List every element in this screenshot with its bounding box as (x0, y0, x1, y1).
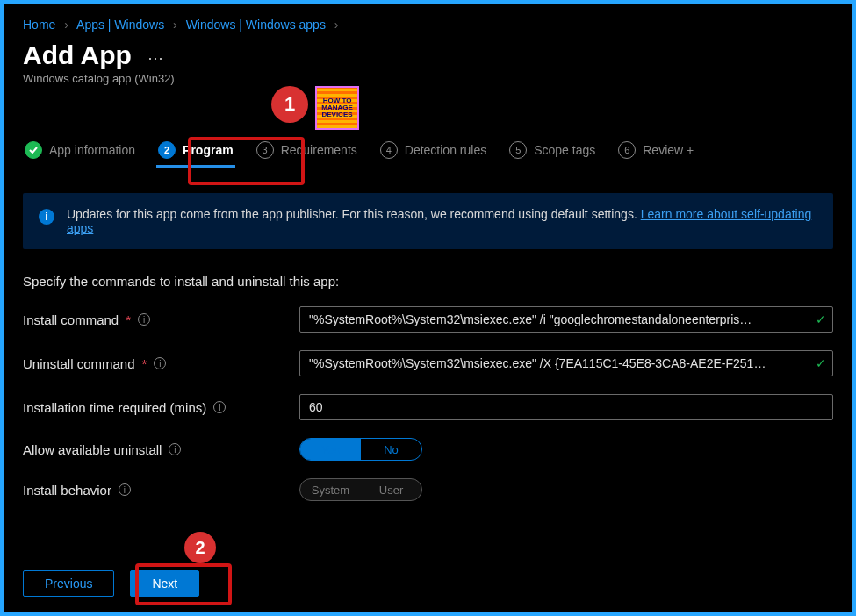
allow-uninstall-toggle[interactable]: Yes No (299, 438, 422, 461)
install-time-label: Installation time required (mins) i (23, 400, 299, 415)
tab-review[interactable]: 6 Review + (616, 134, 695, 166)
tab-scope-tags[interactable]: 5 Scope tags (507, 134, 597, 166)
toggle-no[interactable]: No (361, 439, 421, 460)
chevron-right-icon: › (173, 18, 177, 32)
section-heading: Specify the commands to install and unin… (23, 274, 833, 289)
allow-uninstall-label: Allow available uninstall i (23, 442, 299, 457)
tab-app-information[interactable]: App information (23, 134, 137, 166)
breadcrumb-home[interactable]: Home (23, 18, 55, 32)
uninstall-command-input[interactable] (299, 350, 833, 376)
check-icon: ✓ (816, 356, 826, 370)
tab-review-label: Review + (643, 143, 694, 157)
annotation-badge-1: 1 (271, 86, 308, 123)
check-icon (25, 141, 42, 159)
brand-logo: HOW TO MANAGE DEVICES (315, 86, 359, 130)
breadcrumb-winapps[interactable]: Windows | Windows apps (186, 18, 326, 32)
toggle-yes[interactable]: Yes (300, 439, 361, 460)
step-number: 3 (256, 141, 274, 159)
uninstall-command-label: Uninstall command * i (23, 356, 299, 371)
info-banner-text: Updates for this app come from the app p… (67, 207, 817, 235)
tab-program-label: Program (183, 143, 234, 157)
tab-detection-rules[interactable]: 4 Detection rules (378, 134, 488, 166)
info-icon[interactable]: i (169, 443, 181, 455)
step-number: 2 (158, 141, 176, 159)
chevron-right-icon: › (334, 18, 339, 32)
info-text: Updates for this app come from the app p… (67, 207, 641, 221)
tab-requirements-label: Requirements (281, 143, 357, 157)
check-icon: ✓ (816, 312, 826, 326)
info-icon[interactable]: i (138, 313, 150, 326)
info-icon[interactable]: i (154, 357, 166, 369)
toggle-system: System (300, 479, 361, 500)
next-button[interactable]: Next (130, 570, 199, 597)
breadcrumb-apps[interactable]: Apps | Windows (76, 18, 164, 32)
annotation-badge-2: 2 (184, 532, 216, 563)
wizard-tabs: App information 2 Program 3 Requirements… (23, 134, 833, 167)
info-banner: i Updates for this app come from the app… (23, 193, 833, 249)
more-actions-button[interactable]: ⋯ (144, 47, 167, 69)
tab-program[interactable]: 2 Program (156, 134, 235, 166)
tab-app-information-label: App information (49, 143, 135, 157)
step-number: 6 (618, 141, 636, 159)
tab-requirements[interactable]: 3 Requirements (255, 134, 359, 166)
info-icon: i (39, 209, 54, 225)
step-number: 5 (509, 141, 527, 159)
info-icon[interactable]: i (119, 483, 131, 496)
chevron-right-icon: › (64, 18, 68, 32)
info-icon[interactable]: i (213, 401, 226, 413)
previous-button[interactable]: Previous (23, 570, 114, 597)
install-behavior-toggle: System User (299, 478, 422, 501)
tab-scope-tags-label: Scope tags (534, 143, 595, 157)
page-title: Add App (23, 40, 132, 70)
page-subtitle: Windows catalog app (Win32) (23, 72, 833, 85)
install-command-input[interactable] (299, 306, 833, 333)
tab-detection-rules-label: Detection rules (405, 143, 486, 157)
breadcrumb: Home › Apps | Windows › Windows | Window… (23, 18, 833, 32)
install-behavior-label: Install behavior i (23, 483, 299, 498)
install-time-input[interactable] (299, 394, 833, 420)
install-command-label: Install command * i (23, 312, 299, 327)
step-number: 4 (380, 141, 398, 159)
toggle-user: User (361, 479, 421, 500)
